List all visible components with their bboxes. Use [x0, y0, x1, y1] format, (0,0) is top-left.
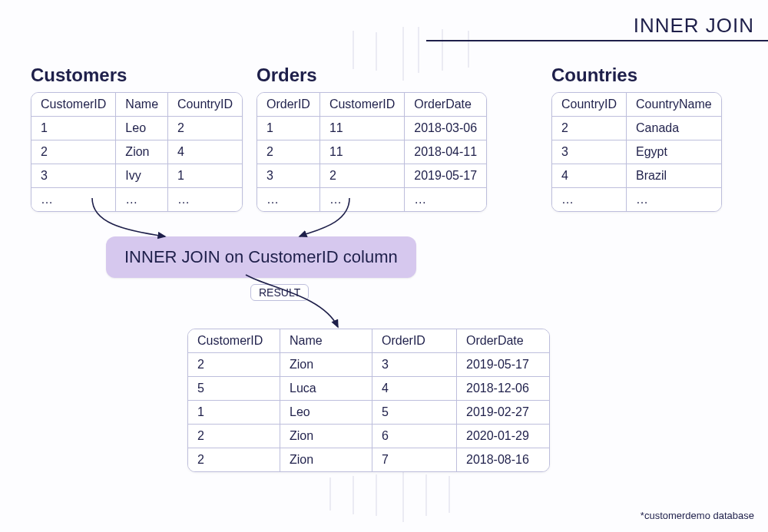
col-header: OrderID [257, 93, 320, 117]
result-badge: RESULT [250, 284, 309, 301]
table-row: 4Brazil [552, 164, 721, 188]
title-underline [426, 40, 768, 41]
table-result: CustomerID Name OrderID OrderDate 2Zion3… [187, 329, 550, 472]
col-header: Name [116, 93, 168, 117]
table-row: 2Zion72018-08-16 [188, 448, 549, 471]
table-row: 2Zion62020-01-29 [188, 425, 549, 448]
customers-table: CustomerID Name CountryID 1Leo2 2Zion4 3… [31, 92, 243, 212]
table-row: 1Leo52019-02-27 [188, 401, 549, 425]
table-countries: Countries CountryID CountryName 2Canada … [551, 64, 722, 212]
orders-table: OrderID CustomerID OrderDate 1112018-03-… [257, 92, 487, 212]
table-row: 2Zion4 [31, 140, 242, 164]
table-row: 1112018-03-06 [257, 117, 486, 140]
table-row: 322019-05-17 [257, 164, 486, 188]
table-row: ……… [31, 188, 242, 211]
footnote: *customerdemo database [641, 510, 754, 521]
table-header-row: OrderID CustomerID OrderDate [257, 93, 486, 117]
table-row: 5Luca42018-12-06 [188, 377, 549, 401]
col-header: OrderDate [405, 93, 486, 117]
join-operation-box: INNER JOIN on CustomerID column [106, 236, 416, 278]
arrow-join-to-result [246, 275, 338, 327]
result-table: CustomerID Name OrderID OrderDate 2Zion3… [187, 329, 550, 472]
table-customers: Customers CustomerID Name CountryID 1Leo… [31, 64, 243, 212]
col-header: Name [280, 329, 372, 353]
countries-table: CountryID CountryName 2Canada 3Egypt 4Br… [551, 92, 722, 212]
col-header: CountryName [627, 93, 721, 117]
table-header-row: CountryID CountryName [552, 93, 721, 117]
col-header: CustomerID [31, 93, 116, 117]
table-title-orders: Orders [257, 64, 487, 86]
col-header: CustomerID [188, 329, 280, 353]
table-title-countries: Countries [551, 64, 722, 86]
table-orders: Orders OrderID CustomerID OrderDate 1112… [257, 64, 487, 212]
col-header: CountryID [168, 93, 242, 117]
col-header: CountryID [552, 93, 627, 117]
table-row: 2112018-04-11 [257, 140, 486, 164]
table-row: 1Leo2 [31, 117, 242, 140]
table-row: 3Ivy1 [31, 164, 242, 188]
table-header-row: CustomerID Name OrderID OrderDate [188, 329, 549, 353]
col-header: OrderDate [457, 329, 549, 353]
diagram-canvas: { "title": "INNER JOIN", "footnote": "*c… [0, 0, 768, 532]
table-row: 2Zion32019-05-17 [188, 353, 549, 377]
table-row: …… [552, 188, 721, 211]
table-row: 3Egypt [552, 140, 721, 164]
col-header: CustomerID [320, 93, 405, 117]
table-title-customers: Customers [31, 64, 243, 86]
table-header-row: CustomerID Name CountryID [31, 93, 242, 117]
col-header: OrderID [372, 329, 457, 353]
table-row: 2Canada [552, 117, 721, 140]
page-title: INNER JOIN [634, 14, 754, 38]
table-row: ……… [257, 188, 486, 211]
